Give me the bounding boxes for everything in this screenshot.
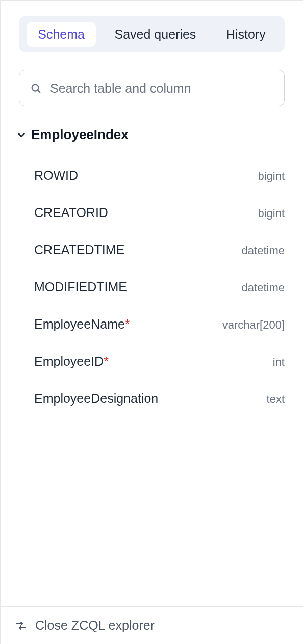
column-type: bigint: [258, 170, 285, 183]
column-name: CREATEDTIME: [34, 243, 124, 257]
tab-schema[interactable]: Schema: [27, 22, 96, 47]
column-type: datetime: [242, 281, 285, 294]
column-name: MODIFIEDTIME: [34, 280, 127, 294]
svg-line-1: [38, 90, 40, 92]
search-input[interactable]: [19, 70, 285, 106]
column-row: CREATORID bigint: [34, 194, 285, 231]
column-name: EmployeeName*: [34, 317, 130, 332]
required-indicator: *: [104, 354, 109, 368]
search-wrapper: [19, 70, 285, 106]
table-name: EmployeeIndex: [31, 127, 129, 143]
table-header[interactable]: EmployeeIndex: [16, 127, 285, 143]
footer: Close ZCQL explorer: [1, 606, 303, 644]
column-row: EmployeeDesignation text: [34, 380, 285, 417]
chevron-down-icon: [16, 129, 27, 141]
column-type: bigint: [258, 207, 285, 220]
column-type: int: [273, 356, 285, 369]
tab-history[interactable]: History: [215, 22, 277, 47]
column-row: CREATEDTIME datetime: [34, 231, 285, 269]
column-row: MODIFIEDTIME datetime: [34, 269, 285, 306]
search-icon: [30, 83, 41, 94]
collapse-icon[interactable]: [15, 620, 27, 632]
tab-saved-queries[interactable]: Saved queries: [104, 22, 208, 47]
column-row: EmployeeName* varchar[200]: [34, 306, 285, 343]
tabs-container: Schema Saved queries History: [19, 16, 285, 52]
column-name: CREATORID: [34, 205, 108, 220]
columns-list: ROWID bigint CREATORID bigint CREATEDTIM…: [19, 157, 285, 417]
column-type: text: [267, 393, 285, 406]
column-row: ROWID bigint: [34, 157, 285, 194]
column-type: datetime: [242, 244, 285, 257]
column-name: ROWID: [34, 168, 78, 183]
close-explorer-button[interactable]: Close ZCQL explorer: [35, 618, 155, 633]
column-row: EmployeeID* int: [34, 343, 285, 380]
column-type: varchar[200]: [222, 318, 285, 332]
column-name: EmployeeDesignation: [34, 391, 158, 406]
required-indicator: *: [125, 317, 130, 331]
column-name: EmployeeID*: [34, 354, 109, 369]
